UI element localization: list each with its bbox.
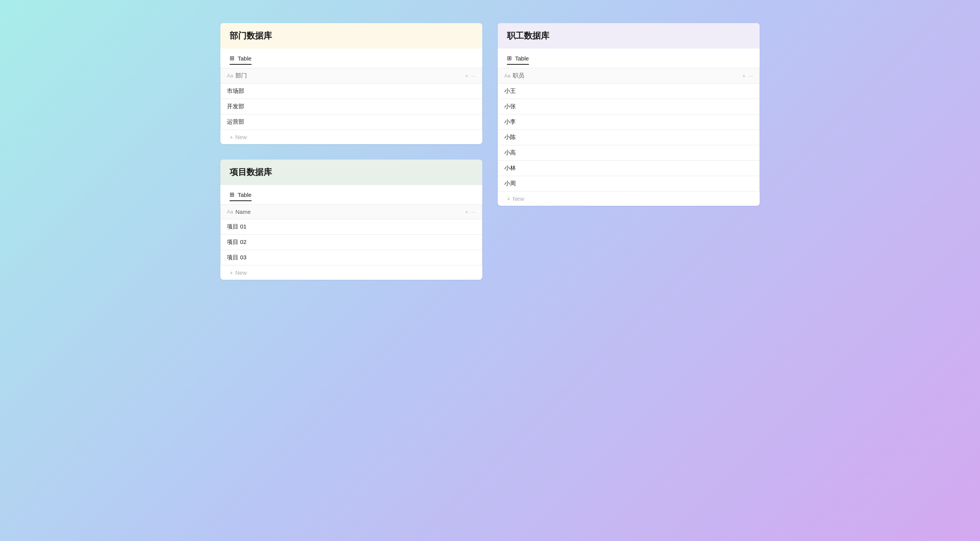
project-row-1[interactable]: 项目 01 <box>221 219 482 235</box>
employee-database-block: 职工数据库 ⊞ Table Aa 职员 <box>498 23 760 206</box>
table-row[interactable]: 小林 <box>498 161 760 176</box>
employee-row-3[interactable]: 小李 <box>498 114 760 130</box>
project-col-header[interactable]: Aa Name + ··· <box>221 205 482 219</box>
employee-row-2[interactable]: 小张 <box>498 99 760 114</box>
table-row[interactable]: 小李 <box>498 114 760 130</box>
dept-table-tab[interactable]: ⊞ Table <box>230 55 252 65</box>
dept-table: Aa 部门 + ··· 市场部 <box>220 68 482 130</box>
dept-col-actions: + ··· <box>465 73 476 79</box>
left-column: 部门数据库 ⊞ Table Aa 部门 <box>220 23 482 280</box>
dept-row-1[interactable]: 市场部 <box>221 84 482 99</box>
employee-table-section: ⊞ Table <box>498 49 760 68</box>
dept-new-label: New <box>235 134 247 140</box>
dept-table-label: Table <box>238 55 252 62</box>
employee-col-actions: + ··· <box>742 73 753 79</box>
employee-add-col-icon[interactable]: + <box>742 73 745 79</box>
project-table: Aa Name + ··· 项 <box>220 204 482 265</box>
table-row[interactable]: 小周 <box>498 176 760 192</box>
employee-table-icon: ⊞ <box>507 55 512 62</box>
project-new-label: New <box>235 269 247 276</box>
project-col-actions: + ··· <box>465 209 476 215</box>
employee-row-4[interactable]: 小陈 <box>498 130 760 145</box>
table-row[interactable]: 小高 <box>498 145 760 161</box>
project-database-header: 项目数据库 <box>220 160 482 185</box>
employee-new-plus-icon: + <box>507 195 510 202</box>
table-row[interactable]: 小陈 <box>498 130 760 145</box>
dept-add-col-icon[interactable]: + <box>465 73 468 79</box>
employee-new-label: New <box>513 195 524 202</box>
project-row-2[interactable]: 项目 02 <box>221 235 482 250</box>
project-table-tab[interactable]: ⊞ Table <box>230 191 252 201</box>
project-table-label: Table <box>238 192 252 198</box>
employee-row-1[interactable]: 小王 <box>498 84 760 99</box>
project-database-title: 项目数据库 <box>230 167 272 177</box>
table-row[interactable]: 项目 03 <box>221 250 482 265</box>
dept-col-type: Aa <box>227 73 233 79</box>
employee-database-title: 职工数据库 <box>507 31 549 40</box>
dept-col-header[interactable]: Aa 部门 + ··· <box>221 68 482 84</box>
employee-col-header[interactable]: Aa 职员 + ··· <box>498 68 760 84</box>
project-col-type: Aa <box>227 209 233 215</box>
project-add-col-icon[interactable]: + <box>465 209 468 215</box>
dept-row-3[interactable]: 运营部 <box>221 114 482 130</box>
employee-col-dots[interactable]: ··· <box>748 73 753 79</box>
table-row[interactable]: 项目 02 <box>221 235 482 250</box>
project-new-row-button[interactable]: + New <box>220 265 482 280</box>
dept-database-block: 部门数据库 ⊞ Table Aa 部门 <box>220 23 482 144</box>
main-grid: 部门数据库 ⊞ Table Aa 部门 <box>220 23 760 280</box>
table-row[interactable]: 运营部 <box>221 114 482 130</box>
dept-table-icon: ⊞ <box>230 55 235 62</box>
dept-col-name: 部门 <box>235 72 247 79</box>
employee-table-label: Table <box>515 55 529 62</box>
employee-col-type: Aa <box>504 73 510 79</box>
project-row-3[interactable]: 项目 03 <box>221 250 482 265</box>
table-row[interactable]: 小王 <box>498 84 760 99</box>
employee-database-header: 职工数据库 <box>498 23 760 49</box>
project-table-icon: ⊞ <box>230 191 235 198</box>
employee-new-row-button[interactable]: + New <box>498 192 760 206</box>
table-row[interactable]: 开发部 <box>221 99 482 114</box>
dept-database-header: 部门数据库 <box>220 23 482 49</box>
project-col-name: Name <box>235 208 251 215</box>
project-database-block: 项目数据库 ⊞ Table Aa Name <box>220 160 482 280</box>
dept-table-section: ⊞ Table <box>220 49 482 68</box>
table-row[interactable]: 市场部 <box>221 84 482 99</box>
employee-col-name: 职员 <box>513 72 524 79</box>
dept-new-plus-icon: + <box>230 134 233 140</box>
project-table-section: ⊞ Table <box>220 185 482 204</box>
employee-row-5[interactable]: 小高 <box>498 145 760 161</box>
employee-table-tab[interactable]: ⊞ Table <box>507 55 529 65</box>
dept-row-2[interactable]: 开发部 <box>221 99 482 114</box>
table-row[interactable]: 项目 01 <box>221 219 482 235</box>
right-column: 职工数据库 ⊞ Table Aa 职员 <box>498 23 760 280</box>
project-col-dots[interactable]: ··· <box>471 209 476 215</box>
employee-row-7[interactable]: 小周 <box>498 176 760 192</box>
dept-new-row-button[interactable]: + New <box>220 130 482 144</box>
dept-col-dots[interactable]: ··· <box>471 73 476 79</box>
employee-table: Aa 职员 + ··· 小王 <box>498 68 760 192</box>
table-row[interactable]: 小张 <box>498 99 760 114</box>
dept-database-title: 部门数据库 <box>230 31 272 40</box>
project-new-plus-icon: + <box>230 269 233 276</box>
employee-row-6[interactable]: 小林 <box>498 161 760 176</box>
